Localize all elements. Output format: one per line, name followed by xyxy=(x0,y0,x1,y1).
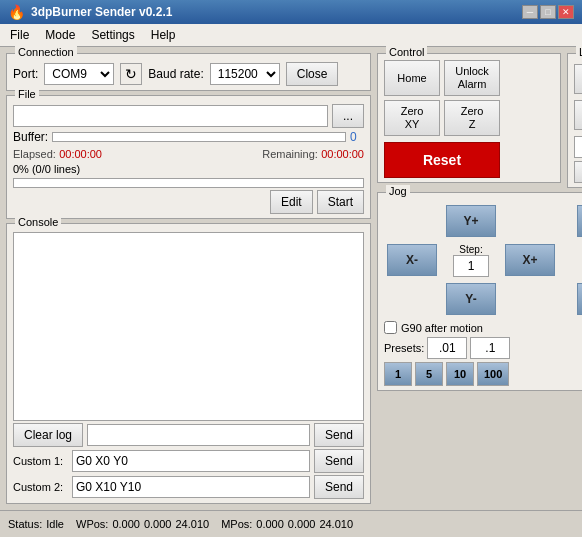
custom2-input[interactable] xyxy=(72,476,310,498)
right-panel: Control Home Unlock Alarm Zero XY Zero Z… xyxy=(377,53,582,504)
unlock-alarm-button[interactable]: Unlock Alarm xyxy=(444,60,500,96)
laser-group: Laser On Off PWR xyxy=(567,53,582,188)
wpos-y: 0.000 xyxy=(144,518,172,530)
x-plus-button[interactable]: X+ xyxy=(505,244,555,276)
console-label: Console xyxy=(15,216,61,228)
custom2-send-button[interactable]: Send xyxy=(314,475,364,499)
zero-z-button[interactable]: Zero Z xyxy=(444,100,500,136)
mpos-y: 0.000 xyxy=(288,518,316,530)
browse-button[interactable]: ... xyxy=(332,104,364,128)
home-button[interactable]: Home xyxy=(384,60,440,96)
app-icon: 🔥 xyxy=(8,4,25,20)
status-value: Idle xyxy=(46,518,64,530)
elapsed-label: Elapsed: xyxy=(13,148,56,160)
jog-group: Jog Y+ Z+ X- Step: xyxy=(377,192,582,391)
laser-power-input[interactable] xyxy=(574,136,582,158)
file-path-input[interactable] xyxy=(13,105,328,127)
connection-label: Connection xyxy=(15,46,77,58)
control-label: Control xyxy=(386,46,427,58)
mpos-label: MPos: xyxy=(221,518,252,530)
buffer-value: 0 xyxy=(350,130,364,144)
preset-100-button[interactable]: 100 xyxy=(477,362,509,386)
preset-custom-input[interactable] xyxy=(427,337,467,359)
preset-10-button[interactable]: 10 xyxy=(446,362,474,386)
z-plus-button[interactable]: Z+ xyxy=(577,205,582,237)
menu-help[interactable]: Help xyxy=(145,26,182,44)
pwr-button[interactable]: PWR xyxy=(574,161,582,183)
zero-xy-button[interactable]: Zero XY xyxy=(384,100,440,136)
edit-button[interactable]: Edit xyxy=(270,190,313,214)
percent-label: 0% (0/0 lines) xyxy=(13,163,80,175)
wpos-z: 24.010 xyxy=(175,518,209,530)
file-progress-bar xyxy=(13,178,364,188)
step-input[interactable] xyxy=(453,255,489,277)
console-send-button[interactable]: Send xyxy=(314,423,364,447)
baud-select[interactable]: 115200 xyxy=(210,63,280,85)
close-connection-button[interactable]: Close xyxy=(286,62,339,86)
left-panel: Connection Port: COM9 ↻ Baud rate: 11520… xyxy=(6,53,371,504)
main-content: Connection Port: COM9 ↻ Baud rate: 11520… xyxy=(0,47,582,510)
status-bar: Status: Idle WPos: 0.000 0.000 24.010 MP… xyxy=(0,510,582,536)
menu-settings[interactable]: Settings xyxy=(85,26,140,44)
reset-button[interactable]: Reset xyxy=(384,142,500,178)
x-minus-button[interactable]: X- xyxy=(387,244,437,276)
jog-label: Jog xyxy=(386,185,410,197)
minimize-button[interactable]: ─ xyxy=(522,5,538,19)
elapsed-value: 00:00:00 xyxy=(59,148,102,160)
g90-checkbox[interactable] xyxy=(384,321,397,334)
clear-log-button[interactable]: Clear log xyxy=(13,423,83,447)
file-group: File ... Buffer: 0 Elapsed: 00:00:00 Rem… xyxy=(6,95,371,219)
start-button[interactable]: Start xyxy=(317,190,364,214)
buffer-label: Buffer: xyxy=(13,130,48,144)
z-minus-button[interactable]: Z- xyxy=(577,283,582,315)
preset-1-button[interactable]: 1 xyxy=(384,362,412,386)
custom1-input[interactable] xyxy=(72,450,310,472)
port-label: Port: xyxy=(13,67,38,81)
menu-file[interactable]: File xyxy=(4,26,35,44)
remaining-value: 00:00:00 xyxy=(321,148,364,160)
preset-5-button[interactable]: 5 xyxy=(415,362,443,386)
console-output xyxy=(13,232,364,421)
refresh-button[interactable]: ↻ xyxy=(120,63,142,85)
maximize-button[interactable]: □ xyxy=(540,5,556,19)
custom2-label: Custom 2: xyxy=(13,481,68,493)
console-group: Console Clear log Send Custom 1: Send Cu… xyxy=(6,223,371,504)
g90-label: G90 after motion xyxy=(401,322,483,334)
laser-label: Laser xyxy=(576,46,582,58)
menu-bar: File Mode Settings Help xyxy=(0,24,582,47)
step-label: Step: xyxy=(459,244,482,255)
control-group-container: Control Home Unlock Alarm Zero XY Zero Z… xyxy=(377,53,561,188)
status-label: Status: xyxy=(8,518,42,530)
app-title: 3dpBurner Sender v0.2.1 xyxy=(31,5,172,19)
y-plus-button[interactable]: Y+ xyxy=(446,205,496,237)
port-select[interactable]: COM9 xyxy=(44,63,114,85)
title-bar: 🔥 3dpBurner Sender v0.2.1 ─ □ ✕ xyxy=(0,0,582,24)
jog-xy-grid: Y+ Z+ X- Step: X+ xyxy=(384,203,582,317)
close-button[interactable]: ✕ xyxy=(558,5,574,19)
custom1-label: Custom 1: xyxy=(13,455,68,467)
wpos-x: 0.000 xyxy=(112,518,140,530)
file-label: File xyxy=(15,88,39,100)
wpos-label: WPos: xyxy=(76,518,108,530)
presets-label: Presets: xyxy=(384,342,424,354)
laser-group-container: Laser On Off PWR xyxy=(567,53,582,188)
right-top: Control Home Unlock Alarm Zero XY Zero Z… xyxy=(377,53,582,188)
laser-on-button[interactable]: On xyxy=(574,64,582,94)
laser-off-button[interactable]: Off xyxy=(574,100,582,130)
y-minus-button[interactable]: Y- xyxy=(446,283,496,315)
console-input[interactable] xyxy=(87,424,310,446)
preset-point1-input[interactable] xyxy=(470,337,510,359)
custom1-send-button[interactable]: Send xyxy=(314,449,364,473)
connection-group: Connection Port: COM9 ↻ Baud rate: 11520… xyxy=(6,53,371,91)
control-group: Control Home Unlock Alarm Zero XY Zero Z… xyxy=(377,53,561,183)
remaining-label: Remaining: xyxy=(262,148,318,160)
step-container: Step: xyxy=(453,244,489,277)
mpos-x: 0.000 xyxy=(256,518,284,530)
menu-mode[interactable]: Mode xyxy=(39,26,81,44)
buffer-progress xyxy=(52,132,346,142)
mpos-z: 24.010 xyxy=(319,518,353,530)
baud-label: Baud rate: xyxy=(148,67,203,81)
